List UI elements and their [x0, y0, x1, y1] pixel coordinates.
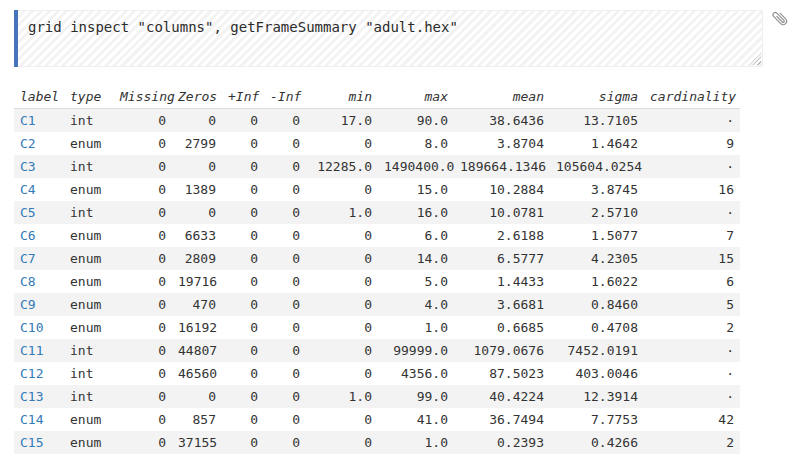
column-link[interactable]: C3 — [20, 159, 36, 174]
column-link[interactable]: C12 — [20, 366, 43, 381]
table-cell: C3 — [14, 155, 64, 178]
table-cell: 0 — [222, 201, 264, 224]
table-cell: 1.5077 — [550, 224, 644, 247]
table-cell: 0 — [172, 201, 222, 224]
table-row: C1int000017.090.038.643613.7105· — [14, 109, 740, 133]
table-cell: int — [64, 155, 114, 178]
table-cell: 19716 — [172, 270, 222, 293]
table-cell: 0 — [264, 109, 306, 133]
table-cell: 0.6685 — [454, 316, 550, 339]
table-cell: 0 — [306, 270, 378, 293]
table-cell: 0.4708 — [550, 316, 644, 339]
table-cell: 40.4224 — [454, 385, 550, 408]
column-header-max: max — [378, 85, 454, 109]
table-cell: 1.6022 — [550, 270, 644, 293]
column-link[interactable]: C1 — [20, 113, 36, 128]
table-cell: · — [644, 385, 740, 408]
table-cell: 0 — [306, 224, 378, 247]
table-cell: enum — [64, 408, 114, 431]
table-body: C1int000017.090.038.643613.7105·C2enum02… — [14, 109, 740, 455]
table-cell: C2 — [14, 132, 64, 155]
paperclip-icon[interactable] — [767, 5, 792, 30]
table-cell: 4356.0 — [378, 362, 454, 385]
table-cell: 0 — [264, 316, 306, 339]
table-cell: 6.5777 — [454, 247, 550, 270]
column-link[interactable]: C8 — [20, 274, 36, 289]
table-cell: 8.0 — [378, 132, 454, 155]
table-cell: 6633 — [172, 224, 222, 247]
table-cell: 0 — [222, 408, 264, 431]
table-cell: C6 — [14, 224, 64, 247]
table-row: C2enum027990008.03.87041.46429 — [14, 132, 740, 155]
table-row: C9enum04700004.03.66810.84605 — [14, 293, 740, 316]
table-cell: 9 — [644, 132, 740, 155]
table-cell: C13 — [14, 385, 64, 408]
column-link[interactable]: C10 — [20, 320, 43, 335]
column-header-missing: Missing — [114, 85, 172, 109]
table-row: C7enum0280900014.06.57774.230515 — [14, 247, 740, 270]
table-cell: 0 — [306, 178, 378, 201]
table-cell: 0 — [222, 385, 264, 408]
table-cell: 3.8745 — [550, 178, 644, 201]
column-link[interactable]: C6 — [20, 228, 36, 243]
column-link[interactable]: C14 — [20, 412, 43, 427]
table-cell: 7.7753 — [550, 408, 644, 431]
column-header-mean: mean — [454, 85, 550, 109]
table-cell: 0 — [222, 224, 264, 247]
table-cell: 15.0 — [378, 178, 454, 201]
column-link[interactable]: C11 — [20, 343, 43, 358]
table-cell: enum — [64, 431, 114, 454]
table-cell: 0 — [306, 316, 378, 339]
table-cell: int — [64, 339, 114, 362]
table-cell: 0 — [114, 109, 172, 133]
column-link[interactable]: C7 — [20, 251, 36, 266]
table-cell: int — [64, 109, 114, 133]
column-link[interactable]: C4 — [20, 182, 36, 197]
table-cell: 6.0 — [378, 224, 454, 247]
column-header-zeros: Zeros — [172, 85, 222, 109]
table-cell: C8 — [14, 270, 64, 293]
table-cell: 1079.0676 — [454, 339, 550, 362]
table-cell: 0 — [264, 339, 306, 362]
table-cell: 0 — [306, 431, 378, 454]
table-cell: · — [644, 109, 740, 133]
table-cell: 16192 — [172, 316, 222, 339]
table-cell: 0 — [264, 132, 306, 155]
table-cell: · — [644, 339, 740, 362]
column-link[interactable]: C15 — [20, 435, 43, 450]
table-cell: 0 — [114, 201, 172, 224]
table-cell: enum — [64, 132, 114, 155]
table-cell: 0 — [114, 362, 172, 385]
table-cell: int — [64, 385, 114, 408]
column-link[interactable]: C9 — [20, 297, 36, 312]
table-cell: 0 — [264, 224, 306, 247]
table-cell: 0 — [306, 362, 378, 385]
table-cell: 1.4642 — [550, 132, 644, 155]
column-link[interactable]: C5 — [20, 205, 36, 220]
table-cell: 99999.0 — [378, 339, 454, 362]
column-header-inf: -Inf — [264, 85, 306, 109]
table-cell: · — [644, 201, 740, 224]
table-cell: C14 — [14, 408, 64, 431]
table-cell: 0 — [172, 109, 222, 133]
table-cell: 36.7494 — [454, 408, 550, 431]
table-cell: enum — [64, 316, 114, 339]
table-cell: 0 — [264, 431, 306, 454]
table-cell: 4.0 — [378, 293, 454, 316]
column-link[interactable]: C13 — [20, 389, 43, 404]
table-cell: 6 — [644, 270, 740, 293]
table-cell: 3.6681 — [454, 293, 550, 316]
table-cell: 41.0 — [378, 408, 454, 431]
table-cell: 189664.1346 — [454, 155, 550, 178]
table-cell: C1 — [14, 109, 64, 133]
table-cell: enum — [64, 270, 114, 293]
table-cell: 0 — [264, 385, 306, 408]
table-cell: 2799 — [172, 132, 222, 155]
code-input[interactable]: grid inspect "columns", getFrameSummary … — [18, 11, 762, 66]
table-cell: 7452.0191 — [550, 339, 644, 362]
table-cell: 2.6188 — [454, 224, 550, 247]
table-cell: 0 — [114, 155, 172, 178]
frame-summary-table: labeltypeMissingZeros+Inf-Infminmaxmeans… — [14, 85, 740, 454]
table-cell: 2 — [644, 316, 740, 339]
column-link[interactable]: C2 — [20, 136, 36, 151]
